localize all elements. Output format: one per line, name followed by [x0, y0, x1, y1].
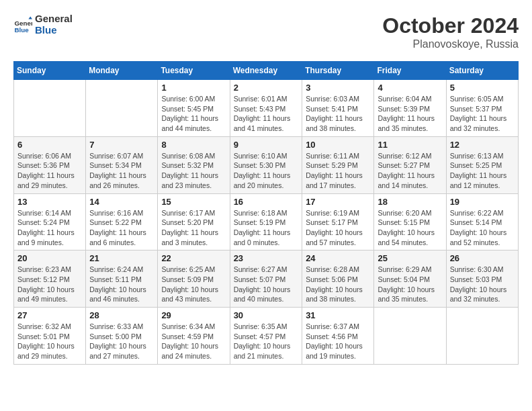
day-info: Sunrise: 6:30 AMSunset: 5:03 PMDaylight:…	[450, 265, 515, 304]
calendar-day-cell: 25Sunrise: 6:29 AMSunset: 5:04 PMDayligh…	[374, 250, 446, 308]
day-number: 2	[234, 83, 299, 93]
day-info: Sunrise: 6:32 AMSunset: 5:01 PMDaylight:…	[17, 322, 82, 361]
calendar-day-cell: 20Sunrise: 6:23 AMSunset: 5:12 PMDayligh…	[14, 250, 86, 308]
calendar-day-cell: 5Sunrise: 6:05 AMSunset: 5:37 PMDaylight…	[446, 80, 518, 137]
day-info: Sunrise: 6:37 AMSunset: 4:56 PMDaylight:…	[306, 322, 370, 361]
location-title: Planovoskoye, Russia	[382, 38, 519, 50]
day-number: 15	[161, 197, 226, 207]
day-number: 5	[450, 83, 515, 93]
day-info: Sunrise: 6:17 AMSunset: 5:20 PMDaylight:…	[161, 208, 226, 248]
day-number: 20	[17, 253, 82, 263]
day-number: 10	[306, 140, 370, 150]
calendar-week-row: 27Sunrise: 6:32 AMSunset: 5:01 PMDayligh…	[14, 308, 519, 365]
calendar-day-cell: 22Sunrise: 6:25 AMSunset: 5:09 PMDayligh…	[158, 250, 230, 308]
calendar-body: 1Sunrise: 6:00 AMSunset: 5:45 PMDaylight…	[14, 80, 519, 365]
day-info: Sunrise: 6:07 AMSunset: 5:34 PMDaylight:…	[89, 151, 154, 191]
day-info: Sunrise: 6:12 AMSunset: 5:27 PMDaylight:…	[378, 151, 442, 191]
day-number: 22	[161, 253, 226, 263]
day-number: 28	[89, 310, 154, 320]
calendar-day-cell	[14, 80, 86, 137]
day-info: Sunrise: 6:24 AMSunset: 5:11 PMDaylight:…	[89, 265, 154, 304]
day-info: Sunrise: 6:20 AMSunset: 5:15 PMDaylight:…	[378, 208, 442, 248]
calendar-week-row: 6Sunrise: 6:06 AMSunset: 5:36 PMDaylight…	[14, 136, 519, 193]
day-info: Sunrise: 6:18 AMSunset: 5:19 PMDaylight:…	[234, 208, 299, 248]
day-info: Sunrise: 6:35 AMSunset: 4:57 PMDaylight:…	[234, 322, 299, 361]
day-number: 29	[161, 310, 226, 320]
calendar-day-cell: 13Sunrise: 6:14 AMSunset: 5:24 PMDayligh…	[14, 193, 86, 250]
day-info: Sunrise: 6:25 AMSunset: 5:09 PMDaylight:…	[161, 265, 226, 304]
logo-general: General	[35, 13, 73, 25]
calendar-day-cell: 1Sunrise: 6:00 AMSunset: 5:45 PMDaylight…	[158, 80, 230, 137]
calendar-day-cell: 18Sunrise: 6:20 AMSunset: 5:15 PMDayligh…	[374, 193, 446, 250]
svg-marker-2	[28, 16, 32, 19]
day-info: Sunrise: 6:13 AMSunset: 5:25 PMDaylight:…	[450, 151, 515, 191]
calendar-day-cell	[446, 308, 518, 365]
calendar-day-cell: 16Sunrise: 6:18 AMSunset: 5:19 PMDayligh…	[230, 193, 302, 250]
day-info: Sunrise: 6:34 AMSunset: 4:59 PMDaylight:…	[161, 322, 226, 361]
day-number: 14	[89, 197, 154, 207]
calendar-day-cell: 7Sunrise: 6:07 AMSunset: 5:34 PMDaylight…	[86, 136, 158, 193]
weekday-header-sunday: Sunday	[14, 62, 86, 80]
day-info: Sunrise: 6:19 AMSunset: 5:17 PMDaylight:…	[306, 208, 370, 248]
day-info: Sunrise: 6:01 AMSunset: 5:43 PMDaylight:…	[234, 94, 299, 134]
day-number: 8	[161, 140, 226, 150]
day-info: Sunrise: 6:06 AMSunset: 5:36 PMDaylight:…	[17, 151, 82, 191]
calendar-day-cell: 17Sunrise: 6:19 AMSunset: 5:17 PMDayligh…	[302, 193, 374, 250]
title-block: October 2024 Planovoskoye, Russia	[382, 13, 519, 50]
calendar-table: SundayMondayTuesdayWednesdayThursdayFrid…	[13, 61, 519, 365]
calendar-day-cell: 6Sunrise: 6:06 AMSunset: 5:36 PMDaylight…	[14, 136, 86, 193]
logo-blue: Blue	[35, 25, 73, 36]
day-info: Sunrise: 6:05 AMSunset: 5:37 PMDaylight:…	[450, 94, 515, 134]
calendar-day-cell: 11Sunrise: 6:12 AMSunset: 5:27 PMDayligh…	[374, 136, 446, 193]
day-number: 21	[89, 253, 154, 263]
calendar-week-row: 13Sunrise: 6:14 AMSunset: 5:24 PMDayligh…	[14, 193, 519, 250]
day-info: Sunrise: 6:11 AMSunset: 5:29 PMDaylight:…	[306, 151, 370, 191]
calendar-week-row: 20Sunrise: 6:23 AMSunset: 5:12 PMDayligh…	[14, 250, 519, 308]
day-info: Sunrise: 6:33 AMSunset: 5:00 PMDaylight:…	[89, 322, 154, 361]
calendar-day-cell: 28Sunrise: 6:33 AMSunset: 5:00 PMDayligh…	[86, 308, 158, 365]
day-number: 4	[378, 83, 442, 93]
calendar-day-cell: 21Sunrise: 6:24 AMSunset: 5:11 PMDayligh…	[86, 250, 158, 308]
day-number: 16	[234, 197, 299, 207]
month-title: October 2024	[382, 13, 519, 38]
calendar-day-cell: 8Sunrise: 6:08 AMSunset: 5:32 PMDaylight…	[158, 136, 230, 193]
day-number: 12	[450, 140, 515, 150]
day-info: Sunrise: 6:00 AMSunset: 5:45 PMDaylight:…	[161, 94, 226, 134]
day-number: 19	[450, 197, 515, 207]
day-number: 13	[17, 197, 82, 207]
day-number: 1	[161, 83, 226, 93]
day-number: 23	[234, 253, 299, 263]
calendar-day-cell	[374, 308, 446, 365]
calendar-day-cell: 9Sunrise: 6:10 AMSunset: 5:30 PMDaylight…	[230, 136, 302, 193]
day-number: 18	[378, 197, 442, 207]
weekday-header-friday: Friday	[374, 62, 446, 80]
calendar-day-cell: 19Sunrise: 6:22 AMSunset: 5:14 PMDayligh…	[446, 193, 518, 250]
day-number: 7	[89, 140, 154, 150]
day-info: Sunrise: 6:29 AMSunset: 5:04 PMDaylight:…	[378, 265, 442, 304]
day-number: 27	[17, 310, 82, 320]
day-info: Sunrise: 6:22 AMSunset: 5:14 PMDaylight:…	[450, 208, 515, 248]
day-number: 25	[378, 253, 442, 263]
calendar-day-cell: 4Sunrise: 6:04 AMSunset: 5:39 PMDaylight…	[374, 80, 446, 137]
calendar-week-row: 1Sunrise: 6:00 AMSunset: 5:45 PMDaylight…	[14, 80, 519, 137]
day-info: Sunrise: 6:04 AMSunset: 5:39 PMDaylight:…	[378, 94, 442, 134]
calendar-day-cell: 29Sunrise: 6:34 AMSunset: 4:59 PMDayligh…	[158, 308, 230, 365]
calendar-day-cell: 14Sunrise: 6:16 AMSunset: 5:22 PMDayligh…	[86, 193, 158, 250]
weekday-header-wednesday: Wednesday	[230, 62, 302, 80]
calendar-day-cell: 12Sunrise: 6:13 AMSunset: 5:25 PMDayligh…	[446, 136, 518, 193]
day-number: 17	[306, 197, 370, 207]
calendar-day-cell: 31Sunrise: 6:37 AMSunset: 4:56 PMDayligh…	[302, 308, 374, 365]
day-info: Sunrise: 6:27 AMSunset: 5:07 PMDaylight:…	[234, 265, 299, 304]
calendar-day-cell	[86, 80, 158, 137]
day-number: 11	[378, 140, 442, 150]
logo: General Blue General Blue	[13, 13, 73, 36]
calendar-day-cell: 27Sunrise: 6:32 AMSunset: 5:01 PMDayligh…	[14, 308, 86, 365]
calendar-header-row: SundayMondayTuesdayWednesdayThursdayFrid…	[14, 62, 519, 80]
day-number: 30	[234, 310, 299, 320]
day-info: Sunrise: 6:16 AMSunset: 5:22 PMDaylight:…	[89, 208, 154, 248]
day-number: 3	[306, 83, 370, 93]
calendar-day-cell: 3Sunrise: 6:03 AMSunset: 5:41 PMDaylight…	[302, 80, 374, 137]
logo-icon: General Blue	[13, 15, 32, 34]
day-number: 6	[17, 140, 82, 150]
day-info: Sunrise: 6:08 AMSunset: 5:32 PMDaylight:…	[161, 151, 226, 191]
